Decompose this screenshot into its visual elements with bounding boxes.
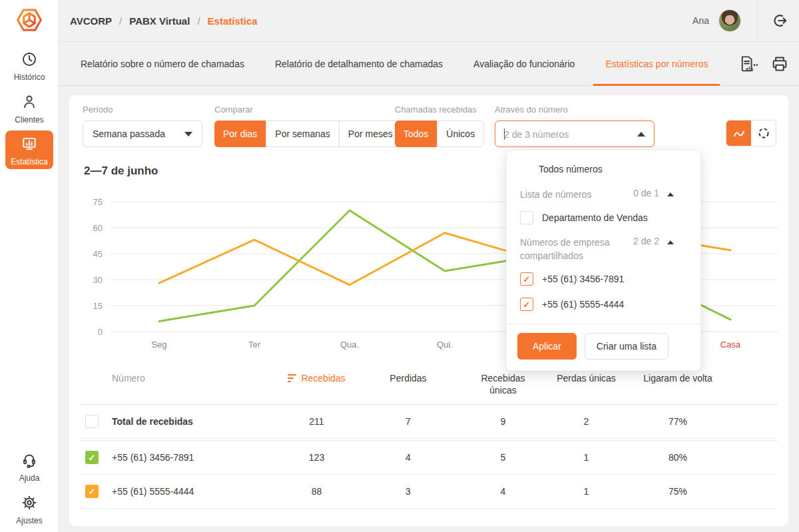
row-label: Total de recebidas [112,416,278,427]
sidebar-item-label: Ajuda [19,473,40,483]
comparar-option-por-meses[interactable]: Por meses [339,121,401,146]
filter-label: Chamadas recebidas [395,105,484,115]
content-area: AVCORP / PABX Virtual / Estatística Ana [59,0,799,532]
cell-ligaram-de-volta: 80% [628,452,728,463]
collapse-arrow-icon [667,240,674,244]
item-label: Departamento de Vendas [542,212,648,223]
collapse-arrow-icon [667,192,674,196]
col-perdas-unicas[interactable]: Perdas únicas [545,372,628,384]
export-xls-button[interactable]: xls [738,55,758,73]
logout-button[interactable] [771,12,788,29]
section-count: 2 de 2 [633,236,659,246]
row-checkbox-checked-green[interactable] [85,451,99,464]
cell-perdas-unicas: 1 [545,486,628,497]
dropdown-section-numeros-empresa[interactable]: Números de empresa compartilhados 2 de 2 [507,230,700,266]
print-button[interactable] [770,55,789,73]
chamadas-option-todos[interactable]: Todos [395,121,437,147]
comparar-segmented-control: Por dias Por semanas Por meses [214,121,402,147]
company-logo-icon[interactable] [15,5,44,37]
col-numero[interactable]: Número [112,372,278,384]
cell-recebidas-unicas: 4 [461,486,545,497]
svg-text:15: 15 [93,301,103,311]
periodo-select[interactable]: Semana passada [83,121,202,147]
col-ligaram-de-volta[interactable]: Ligaram de volta [628,372,728,384]
dropdown-item-number-5555-4444[interactable]: +55 (61) 5555-4444 [507,292,700,317]
row-checkbox-checked-orange[interactable] [85,485,99,498]
logout-icon [771,12,788,29]
col-recebidas-unicas[interactable]: Recebidas únicas [461,372,545,396]
breadcrumb-item-pabx-virtual[interactable]: PABX Virtual [129,15,190,27]
sidebar-item-historico[interactable]: Histórico [0,51,59,83]
donut-chart-icon [756,126,771,140]
col-recebidas[interactable]: Recebidas [278,372,355,384]
svg-text:60: 60 [93,223,103,233]
cell-perdidas: 4 [355,452,461,463]
dropdown-section-lista-de-numeros[interactable]: Lista de números 0 de 1 [507,182,700,205]
cell-perdas-unicas: 1 [545,452,628,463]
chamadas-option-unicos[interactable]: Únicos [437,121,483,146]
sidebar-item-label: Estatística [11,157,47,166]
filter-atraves-do-numero: Através do número 2 de 3 números [495,105,655,147]
sidebar-item-ajustes[interactable]: Ajustes [0,494,59,526]
filter-comparar: Comparar Por dias Por semanas Por meses [214,105,402,147]
line-chart-toggle-button[interactable] [726,120,752,146]
breadcrumb-separator: / [119,15,122,27]
sort-icon [288,374,296,383]
row-label: +55 (61) 5555-4444 [112,486,278,497]
cell-recebidas: 211 [278,416,355,427]
svg-text:xls: xls [746,66,754,73]
dropdown-item-number-3456-7891[interactable]: +55 (61) 3456-7891 [507,266,700,292]
sidebar-item-ajuda[interactable]: Ajuda [0,451,59,483]
item-label: +55 (61) 3456-7891 [542,274,624,284]
svg-text:0: 0 [98,327,103,337]
table-row-total: Total de recebidas 211 7 9 2 77% [80,405,778,439]
filter-label: Período [83,105,202,115]
chevron-up-icon [637,132,645,136]
dropdown-item-departamento-vendas[interactable]: Departamento de Vendas [507,205,700,230]
headset-icon [21,451,38,469]
sidebar-item-label: Histórico [14,73,45,82]
number-filter-dropdown-panel: Todos números Lista de números 0 de 1 De… [506,150,701,371]
periodo-value: Semana passada [93,129,165,139]
sidebar-item-label: Ajustes [16,516,42,525]
tab-avaliacao-funcionario[interactable]: Avaliação do funcionário [473,42,575,86]
tab-relatorio-detalhamento[interactable]: Relatório de detalhamento de chamadas [275,42,443,86]
donut-chart-toggle-button[interactable] [751,121,776,146]
person-icon [21,93,38,111]
comparar-option-por-semanas[interactable]: Por semanas [266,121,338,146]
line-chart-icon [732,127,746,141]
breadcrumb: AVCORP / PABX Virtual / Estatística [70,15,258,27]
checkbox-checked[interactable] [520,272,533,286]
chamadas-segmented-control: Todos Únicos [395,121,484,147]
comparar-option-por-dias[interactable]: Por dias [214,121,266,147]
tab-relatorio-numero-chamadas[interactable]: Relatório sobre o número de chamadas [81,42,244,86]
top-header: AVCORP / PABX Virtual / Estatística Ana [59,0,799,42]
numero-filter-input[interactable]: 2 de 3 números [495,121,655,147]
dropdown-option-todos-numeros[interactable]: Todos números [507,157,700,182]
cell-recebidas: 88 [278,486,355,497]
sidebar: Histórico Clientes Estatística [0,0,59,532]
tab-estatisticas-por-numeros[interactable]: Estatísticas por números [605,42,708,86]
checkbox-checked[interactable] [520,298,533,311]
section-count: 0 de 1 [633,188,659,198]
sidebar-item-estatistica[interactable]: Estatística [5,131,53,169]
filter-chamadas-recebidas: Chamadas recebidas Todos Únicos [395,105,484,147]
checkbox-unchecked[interactable] [520,211,533,224]
create-list-button[interactable]: Criar uma lista [585,333,668,360]
row-checkbox-unchecked[interactable] [85,415,99,428]
cell-recebidas-unicas: 9 [461,416,545,427]
svg-text:Qui.: Qui. [437,340,453,350]
filter-label: Através do número [495,105,655,115]
user-avatar[interactable] [718,9,741,32]
item-label: +55 (61) 5555-4444 [542,299,624,310]
sidebar-item-clientes[interactable]: Clientes [0,93,59,125]
svg-text:Ter: Ter [248,340,261,350]
apply-button[interactable]: Aplicar [517,333,577,360]
export-xls-icon: xls [738,55,758,73]
svg-text:30: 30 [93,275,103,285]
breadcrumb-item-avcorp[interactable]: AVCORP [70,15,112,27]
cell-ligaram-de-volta: 77% [628,416,728,427]
svg-text:Qua.: Qua. [340,340,359,350]
user-name: Ana [692,15,709,26]
col-perdidas[interactable]: Perdidas [355,372,461,384]
